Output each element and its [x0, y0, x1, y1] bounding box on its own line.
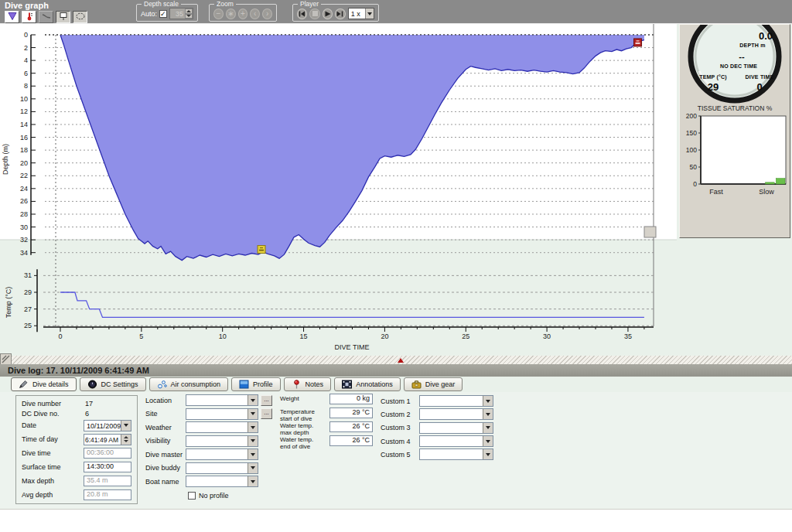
tab-air-consumption[interactable]: Air consumption — [149, 377, 229, 391]
avg-depth-field[interactable]: 20.8 m — [84, 489, 131, 500]
custom-2-select[interactable] — [419, 408, 493, 420]
watch-icon — [87, 380, 97, 389]
auto-checkbox[interactable]: ✓ — [159, 10, 167, 18]
svg-text:29: 29 — [24, 288, 32, 296]
dive-master-select[interactable] — [186, 448, 258, 460]
chevron-down-icon[interactable] — [483, 409, 493, 419]
chevron-down-icon[interactable] — [365, 9, 374, 19]
depth-scale-spinner[interactable]: 35 — [169, 8, 193, 19]
depth-scale-group: Depth scale Auto: ✓ 35 — [136, 4, 198, 22]
water-temp-end-field[interactable]: 26 °C — [329, 435, 373, 446]
tab-dive-gear[interactable]: Dive gear — [404, 377, 463, 391]
svg-text:DIVE TIME: DIVE TIME — [335, 343, 370, 351]
player-step-button[interactable] — [335, 9, 345, 19]
gradient-toggle-button[interactable] — [39, 11, 53, 23]
dive-summary-groupbox: Dive number 17 DC Dive no. 6 Date 10/11/… — [15, 395, 138, 504]
location-column: Location ... Site ... Weather Visibility… — [145, 394, 281, 489]
svg-text:32: 32 — [20, 236, 28, 244]
spin-down-icon[interactable] — [185, 14, 193, 19]
chevron-down-icon[interactable] — [248, 409, 258, 419]
svg-text:34: 34 — [20, 249, 28, 257]
location-select[interactable] — [186, 394, 258, 406]
tab-dc-settings[interactable]: DC Settings — [80, 377, 146, 391]
svg-text:0: 0 — [58, 332, 62, 340]
bookmark-marker — [258, 246, 265, 254]
horizontal-splitter[interactable] — [0, 356, 792, 364]
svg-text:28: 28 — [20, 210, 28, 218]
depth-profile-toggle-button[interactable] — [5, 11, 19, 23]
chevron-down-icon[interactable] — [483, 423, 493, 433]
site-browse-button[interactable]: ... — [261, 408, 272, 419]
custom-3-select[interactable] — [419, 422, 493, 434]
svg-text:10: 10 — [219, 332, 227, 340]
chevron-down-icon[interactable] — [248, 436, 258, 446]
weight-field[interactable]: 0 kg — [329, 394, 373, 404]
dive-log-tabs: Dive details DC Settings Air consumption… — [11, 377, 463, 391]
panel-title: Dive graph — [5, 1, 49, 10]
splitter-handle-icon[interactable] — [0, 353, 12, 365]
chevron-down-icon[interactable] — [248, 422, 258, 432]
time-of-day-spinner[interactable]: 6:41:49 AM — [84, 434, 131, 445]
tissue-saturation-chart: 050100150200FastSlow — [680, 113, 790, 198]
zoom-in-button[interactable]: + — [238, 9, 248, 19]
surface-time-field[interactable]: 14:30:00 — [84, 462, 131, 472]
gauge-dec-label: NO DEC TIME — [709, 63, 768, 69]
alarm-marker — [634, 39, 642, 46]
max-depth-field[interactable]: 35.4 m — [84, 476, 131, 486]
temperature-toggle-button[interactable] — [22, 11, 36, 23]
temp-start-field[interactable]: 29 °C — [329, 408, 373, 418]
marker-toggle-button[interactable] — [56, 11, 70, 23]
gauge-temp-value: 29 — [689, 81, 737, 93]
site-select[interactable] — [186, 408, 258, 420]
tab-dive-details[interactable]: Dive details — [11, 377, 77, 391]
player-play-button[interactable] — [323, 9, 333, 19]
water-temp-max-field[interactable]: 26 °C — [329, 421, 373, 432]
tab-notes[interactable]: Notes — [284, 377, 332, 391]
location-browse-button[interactable]: ... — [261, 395, 272, 406]
pan-left-button[interactable]: ‹ — [250, 9, 260, 19]
weather-select[interactable] — [186, 421, 258, 433]
no-profile-checkbox[interactable] — [188, 492, 196, 500]
svg-text:100: 100 — [686, 146, 697, 154]
player-stop-button[interactable] — [309, 9, 319, 19]
player-speed-select[interactable]: 1 x — [348, 8, 374, 19]
profile-square-icon — [239, 380, 249, 389]
tab-profile[interactable]: Profile — [231, 377, 281, 391]
gauge-dec-value: -- — [725, 52, 759, 61]
bottom-strip — [0, 509, 792, 532]
chevron-down-icon[interactable] — [121, 421, 131, 431]
pan-right-button[interactable]: › — [262, 9, 272, 19]
splitter-position-marker — [398, 358, 404, 363]
svg-text:24: 24 — [20, 185, 28, 193]
chevron-down-icon[interactable] — [248, 463, 258, 473]
no-profile-row: No profile — [188, 492, 229, 500]
dive-buddy-select[interactable] — [186, 462, 258, 474]
zoom-out-button[interactable]: − — [213, 9, 224, 19]
svg-text:12: 12 — [20, 107, 28, 115]
date-select[interactable]: 10/11/2009 — [84, 420, 131, 431]
slope-icon — [41, 10, 52, 24]
svg-text:Fast: Fast — [709, 188, 723, 196]
chevron-down-icon[interactable] — [483, 396, 493, 406]
spin-updown-icon[interactable] — [121, 435, 131, 445]
svg-text:0: 0 — [24, 31, 28, 39]
svg-text:25: 25 — [462, 332, 469, 340]
tab-annotations[interactable]: Annotations — [334, 377, 401, 391]
dive-time-field[interactable]: 00:36:00 — [84, 448, 131, 459]
svg-text:2: 2 — [24, 44, 28, 52]
chevron-down-icon[interactable] — [248, 476, 258, 486]
custom-4-select[interactable] — [419, 435, 493, 447]
svg-text:27: 27 — [24, 305, 32, 313]
player-rewind-button[interactable] — [297, 9, 307, 19]
zoom-reset-button[interactable]: ∗ — [226, 9, 236, 19]
chevron-down-icon[interactable] — [248, 395, 258, 405]
chevron-down-icon[interactable] — [483, 436, 493, 446]
visibility-select[interactable] — [186, 435, 258, 447]
selection-toggle-button[interactable] — [73, 11, 87, 23]
boat-name-select[interactable] — [186, 476, 258, 487]
marker-icon — [58, 10, 69, 24]
chevron-down-icon[interactable] — [483, 449, 493, 459]
custom-1-select[interactable] — [419, 395, 493, 407]
chevron-down-icon[interactable] — [248, 449, 258, 459]
custom-5-select[interactable] — [419, 448, 493, 460]
